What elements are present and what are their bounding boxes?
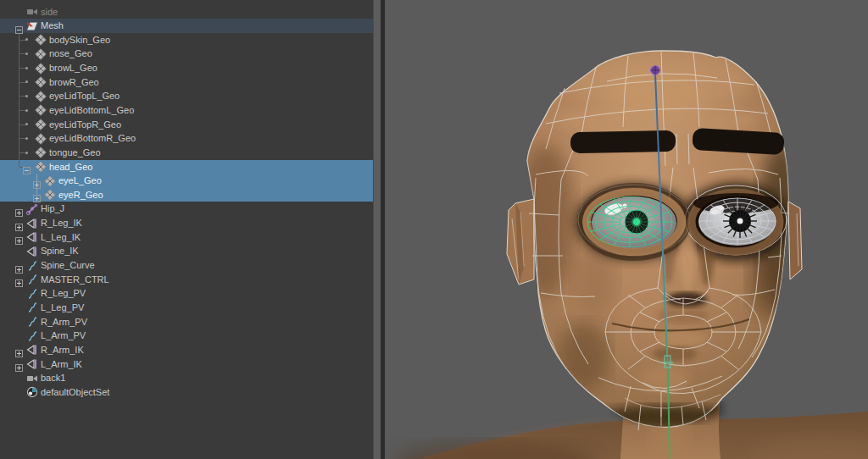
outliner-item-label: R_Leg_PV bbox=[41, 288, 86, 299]
mesh-icon bbox=[35, 91, 47, 102]
expand-plus-icon[interactable] bbox=[15, 205, 23, 213]
expand-plus-icon[interactable] bbox=[15, 262, 23, 269]
curve-icon bbox=[26, 316, 38, 328]
outliner-item-label: Mesh bbox=[41, 20, 64, 31]
outliner-item-nose_Geo[interactable]: nose_Geo bbox=[0, 47, 373, 61]
transform-icon bbox=[26, 20, 38, 32]
outliner-item-MASTER_CTRL[interactable]: MASTER_CTRL bbox=[0, 273, 373, 287]
outliner-item-label: eyeL_Geo bbox=[58, 175, 102, 186]
outliner-item-defaultObjectSet[interactable]: defaultObjectSet bbox=[0, 385, 373, 400]
outliner-item-Hip_J[interactable]: Hip_J bbox=[0, 202, 373, 216]
tree-bullet bbox=[25, 53, 28, 55]
outliner-item-L_Arm_PV[interactable]: L_Arm_PV bbox=[0, 329, 373, 343]
viewport-3d[interactable] bbox=[385, 0, 868, 459]
outliner-item-eyeLidBottomR_Geo[interactable]: eyeLidBottomR_Geo bbox=[0, 131, 373, 146]
mesh-icon bbox=[44, 175, 56, 187]
outliner-item-L_Leg_PV[interactable]: L_Leg_PV bbox=[0, 301, 373, 315]
outliner-item-browL_Geo[interactable]: browL_Geo bbox=[0, 61, 373, 75]
outliner-item-eyeL_Geo[interactable]: eyeL_Geo bbox=[0, 174, 373, 188]
mesh-icon bbox=[35, 76, 47, 88]
outliner-item-side[interactable]: side bbox=[0, 5, 373, 19]
objectset-icon bbox=[26, 386, 38, 398]
right-eye[interactable] bbox=[690, 191, 782, 253]
outliner-item-L_Arm_IK[interactable]: L_Arm_IK bbox=[0, 357, 373, 372]
maya-window: sideMeshbodySkin_Geonose_GeobrowL_Geobro… bbox=[0, 0, 868, 459]
left-eye-selected[interactable] bbox=[580, 185, 688, 258]
curve-icon bbox=[26, 301, 38, 313]
outliner-item-label: defaultObjectSet bbox=[41, 387, 109, 398]
curve-icon bbox=[26, 330, 38, 342]
outliner-item-label: eyeR_Geo bbox=[58, 190, 103, 201]
outliner-item-label: browR_Geo bbox=[49, 77, 99, 88]
purple-control-point[interactable] bbox=[651, 66, 660, 75]
tree-bullet bbox=[25, 38, 28, 41]
outliner-item-label: eyeLidBottomR_Geo bbox=[49, 133, 136, 144]
expand-plus-icon[interactable] bbox=[15, 233, 23, 241]
outliner-item-label: back1 bbox=[41, 373, 65, 384]
right-ear bbox=[788, 202, 802, 279]
mesh-icon bbox=[35, 133, 47, 145]
expand-plus-icon[interactable] bbox=[33, 177, 41, 185]
outliner-item-label: eyeLidTopL_Geo bbox=[49, 91, 120, 102]
expand-plus-icon[interactable] bbox=[33, 191, 41, 198]
outliner-item-label: tongue_Geo bbox=[49, 147, 101, 158]
tree-bullet bbox=[25, 109, 28, 112]
outliner-item-Mesh[interactable]: Mesh bbox=[0, 19, 373, 33]
mesh-icon bbox=[35, 119, 47, 130]
tree-bullet bbox=[25, 123, 28, 125]
outliner-item-R_Leg_PV[interactable]: R_Leg_PV bbox=[0, 286, 373, 301]
expand-plus-icon[interactable] bbox=[15, 275, 23, 283]
expand-plus-icon[interactable] bbox=[15, 360, 23, 368]
outliner-item-R_Leg_IK[interactable]: R_Leg_IK bbox=[0, 216, 373, 230]
tree-connector bbox=[19, 33, 19, 167]
outliner-item-label: Spine_Curve bbox=[41, 260, 95, 271]
outliner-item-eyeLidTopL_Geo[interactable]: eyeLidTopL_Geo bbox=[0, 89, 373, 103]
tree-bullet bbox=[25, 80, 28, 83]
mesh-icon bbox=[35, 161, 47, 173]
curve-icon bbox=[26, 274, 38, 285]
outliner-item-label: L_Arm_PV bbox=[41, 330, 86, 341]
outliner-item-browR_Geo[interactable]: browR_Geo bbox=[0, 75, 373, 90]
collapse-minus-icon[interactable] bbox=[15, 22, 23, 30]
ikhandle-icon bbox=[26, 344, 38, 356]
outliner-item-label: Hip_J bbox=[41, 203, 64, 214]
outliner-item-bodySkin_Geo[interactable]: bodySkin_Geo bbox=[0, 33, 373, 47]
expand-plus-icon[interactable] bbox=[15, 346, 23, 353]
camera-icon bbox=[26, 6, 38, 18]
ikhandle-icon bbox=[26, 218, 38, 230]
mesh-icon bbox=[35, 147, 47, 158]
outliner-tree: sideMeshbodySkin_Geonose_GeobrowL_Geobro… bbox=[0, 5, 373, 400]
mesh-icon bbox=[35, 48, 47, 60]
outliner-item-L_Leg_IK[interactable]: L_Leg_IK bbox=[0, 230, 373, 245]
tree-bullet bbox=[25, 137, 28, 140]
joint-icon bbox=[26, 203, 38, 215]
mesh-icon bbox=[35, 63, 47, 75]
outliner-item-R_Arm_PV[interactable]: R_Arm_PV bbox=[0, 315, 373, 329]
outliner-item-head_Geo[interactable]: head_Geo bbox=[0, 160, 373, 174]
outliner-item-label: eyeLidTopR_Geo bbox=[49, 119, 121, 130]
outliner-item-label: nose_Geo bbox=[49, 48, 92, 59]
outliner-item-label: bodySkin_Geo bbox=[49, 35, 110, 46]
left-pupil-highlight bbox=[633, 218, 640, 225]
outliner-item-Spine_Curve[interactable]: Spine_Curve bbox=[0, 258, 373, 273]
mesh-icon bbox=[35, 34, 47, 46]
curve-icon bbox=[26, 260, 38, 272]
outliner-item-tongue_Geo[interactable]: tongue_Geo bbox=[0, 146, 373, 160]
curve-icon bbox=[26, 288, 38, 300]
collapse-minus-icon[interactable] bbox=[23, 163, 31, 170]
right-pupil-highlight bbox=[737, 218, 743, 224]
outliner-item-eyeLidTopR_Geo[interactable]: eyeLidTopR_Geo bbox=[0, 118, 373, 132]
outliner-item-back1[interactable]: back1 bbox=[0, 371, 373, 385]
outliner-item-Spine_IK[interactable]: Spine_IK bbox=[0, 244, 373, 258]
outliner-item-label: L_Arm_IK bbox=[41, 359, 82, 370]
outliner-item-R_Arm_IK[interactable]: R_Arm_IK bbox=[0, 343, 373, 357]
expand-plus-icon[interactable] bbox=[15, 219, 23, 227]
outliner-item-label: head_Geo bbox=[49, 162, 92, 173]
tree-bullet bbox=[25, 67, 28, 69]
outliner-item-label: R_Leg_IK bbox=[41, 218, 82, 229]
outliner-item-eyeLidBottomL_Geo[interactable]: eyeLidBottomL_Geo bbox=[0, 103, 373, 118]
viewport-canvas[interactable] bbox=[385, 0, 868, 459]
ikhandle-icon bbox=[26, 231, 38, 243]
outliner-item-label: L_Leg_PV bbox=[41, 302, 84, 313]
outliner-item-eyeR_Geo[interactable]: eyeR_Geo bbox=[0, 188, 373, 202]
